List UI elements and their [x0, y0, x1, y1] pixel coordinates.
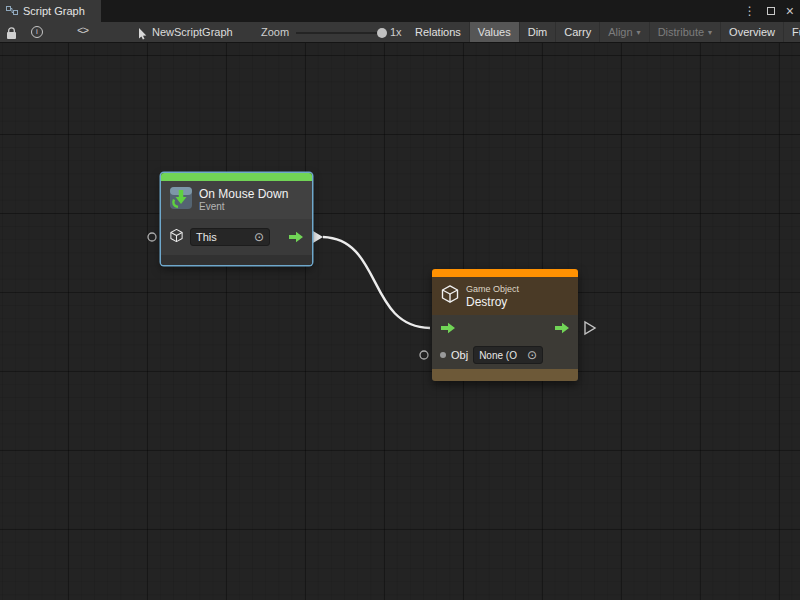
trigger-input-arrow-icon[interactable]	[440, 322, 456, 334]
title-bar: Script Graph ⋮ ×	[0, 0, 800, 22]
event-trigger-output-port[interactable]	[313, 231, 323, 243]
window-controls: ⋮ ×	[744, 0, 794, 22]
fullscreen-button[interactable]: Full S	[783, 22, 800, 42]
connection-wire[interactable]	[323, 237, 430, 328]
zoom-value: 1x	[390, 26, 402, 38]
node-accent-strip	[161, 173, 312, 181]
obj-param-row: Obj None (O ⊙	[432, 341, 578, 369]
node-accent-strip	[432, 269, 578, 277]
trigger-output-arrow-icon[interactable]	[554, 322, 570, 334]
connections-layer	[0, 43, 800, 600]
node-body: This ⊙	[161, 219, 312, 255]
target-value: This	[196, 231, 217, 243]
game-object-cube-icon	[440, 284, 460, 308]
node-destroy[interactable]: Game Object Destroy Obj None (O ⊙	[432, 269, 578, 381]
chevron-down-icon: ▾	[637, 28, 641, 37]
kebab-menu-icon[interactable]: ⋮	[744, 4, 756, 18]
node-on-mouse-down[interactable]: On Mouse Down Event This ⊙	[161, 173, 312, 265]
node-title: On Mouse Down	[199, 187, 288, 201]
close-icon[interactable]: ×	[786, 4, 794, 18]
target-dropdown[interactable]: This ⊙	[190, 228, 270, 246]
distribute-button[interactable]: Distribute ▾	[649, 22, 720, 42]
object-picker-icon[interactable]: ⊙	[254, 231, 264, 243]
overview-button[interactable]: Overview	[720, 22, 783, 42]
toolbar-buttons: Relations Values Dim Carry Align ▾ Distr…	[407, 22, 800, 42]
info-icon[interactable]: i	[31, 26, 43, 38]
param-label: Obj	[451, 349, 468, 361]
object-picker-icon[interactable]: ⊙	[527, 349, 537, 361]
value-port-dot-icon	[440, 352, 446, 358]
graph-canvas[interactable]: On Mouse Down Event This ⊙	[0, 43, 800, 600]
graph-toolbar: i <> NewScriptGraph Zoom 1x Relations Va…	[0, 22, 800, 43]
trigger-arrow-icon[interactable]	[288, 231, 304, 243]
destroy-obj-input-port[interactable]	[420, 351, 428, 359]
node-title: Destroy	[466, 295, 519, 309]
node-header: Game Object Destroy	[432, 277, 578, 315]
values-button[interactable]: Values	[469, 22, 519, 42]
obj-value-field[interactable]: None (O ⊙	[473, 346, 543, 364]
node-footer	[161, 255, 312, 265]
event-target-input-port[interactable]	[148, 233, 156, 241]
trigger-row	[432, 315, 578, 341]
relations-button[interactable]: Relations	[407, 22, 469, 42]
node-category: Game Object	[466, 284, 519, 295]
tab-title: Script Graph	[23, 5, 85, 17]
pointer-cursor-icon	[138, 26, 148, 44]
game-object-cube-icon	[169, 228, 184, 247]
tab-script-graph[interactable]: Script Graph	[0, 0, 101, 22]
node-subtitle: Event	[199, 201, 288, 213]
graph-name-breadcrumb[interactable]: NewScriptGraph	[152, 26, 233, 38]
carry-button[interactable]: Carry	[555, 22, 599, 42]
lock-icon[interactable]	[6, 26, 17, 44]
dim-button[interactable]: Dim	[519, 22, 556, 42]
unity-script-graph-window: Script Graph ⋮ × i <> NewScriptGraph Zoo…	[0, 0, 800, 600]
zoom-slider[interactable]	[296, 32, 382, 34]
chevron-down-icon: ▾	[708, 28, 712, 37]
align-button[interactable]: Align ▾	[599, 22, 648, 42]
zoom-label: Zoom	[261, 26, 289, 38]
node-header: On Mouse Down Event	[161, 181, 312, 219]
destroy-trigger-output-port[interactable]	[585, 322, 595, 334]
zoom-slider-knob[interactable]	[377, 28, 387, 38]
code-view-icon[interactable]: <>	[77, 25, 88, 37]
event-icon	[169, 186, 193, 214]
obj-value: None (O	[479, 350, 517, 361]
script-graph-tab-icon	[6, 2, 18, 20]
node-footer	[432, 369, 578, 381]
maximize-icon[interactable]	[767, 7, 775, 15]
